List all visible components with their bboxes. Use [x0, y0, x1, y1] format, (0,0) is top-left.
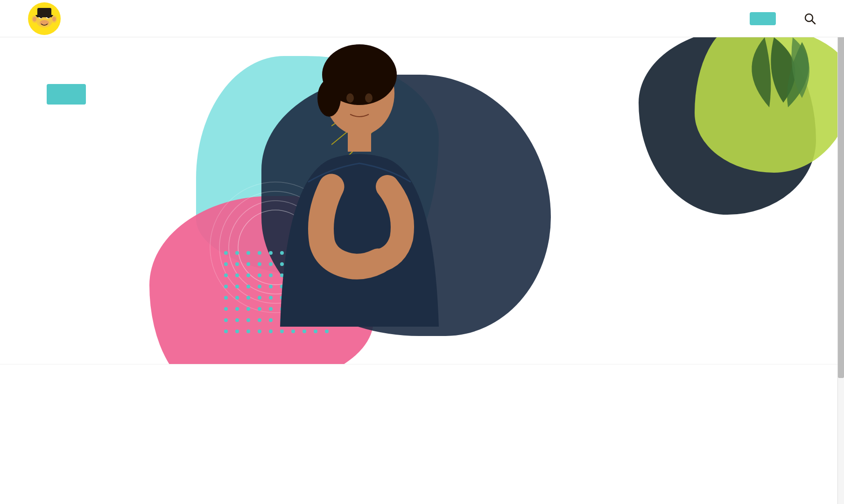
svg-point-27 — [317, 79, 341, 117]
feature-col-features — [47, 402, 278, 413]
scrollbar[interactable] — [837, 0, 844, 450]
feature-col-pricing — [306, 402, 538, 413]
scrollbar-thumb[interactable] — [838, 0, 844, 378]
palm-leaves-decoration — [727, 37, 821, 131]
hero-text-block — [47, 65, 86, 105]
signup-nav-button[interactable] — [750, 12, 776, 25]
navbar — [0, 0, 844, 37]
svg-point-30 — [365, 93, 373, 103]
mailchimp-logo-icon — [28, 2, 61, 35]
hero-illustration: // Generate dots const dp = document.que… — [168, 37, 844, 364]
logo-link[interactable] — [28, 2, 61, 35]
feature-col-ecommerce — [566, 402, 797, 413]
navbar-left — [28, 2, 140, 35]
svg-point-12 — [52, 17, 56, 21]
search-button[interactable] — [804, 13, 816, 25]
svg-line-14 — [812, 21, 815, 24]
person-silhouette-svg — [238, 37, 481, 327]
hero-section: // Generate dots const dp = document.que… — [0, 37, 844, 364]
search-icon — [804, 13, 816, 25]
svg-rect-8 — [35, 15, 53, 17]
svg-point-10 — [33, 17, 36, 21]
features-section — [0, 364, 844, 450]
svg-point-29 — [346, 93, 354, 103]
svg-point-6 — [40, 20, 49, 26]
svg-rect-28 — [348, 128, 371, 152]
hero-person-image — [238, 37, 481, 327]
navbar-right — [750, 12, 816, 25]
signup-hero-button[interactable] — [47, 84, 86, 105]
yellow-dots-pattern — [722, 131, 807, 238]
